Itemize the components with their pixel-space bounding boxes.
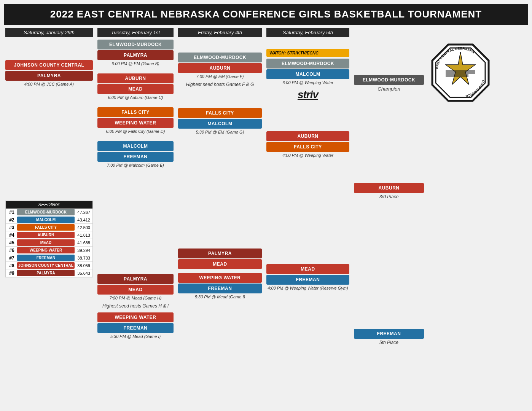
seed-team-name: FALLS CITY: [17, 224, 75, 231]
seed-score: 35.643: [75, 271, 92, 276]
team-falls-city-1: FALLS CITY: [97, 107, 174, 117]
team-freeman-lower: FREEMAN: [97, 323, 174, 333]
team-elmwood-sf: ELMWOOD-MURDOCK: [266, 59, 349, 68]
seed-team-name: WEEPING WATER: [17, 247, 75, 253]
seed-team-name: FREEMAN: [17, 255, 75, 261]
team-jcc: JOHNSON COUNTY CENTRAL: [5, 60, 93, 70]
game-a-note: 4:00 PM @ JCC (Game A): [5, 82, 93, 86]
col2-header: Tuesday, February 1st: [97, 28, 174, 37]
watch-box: WATCH: STRIV.TV/ECNC: [266, 49, 349, 57]
seed-row: #9 PALMYRA 35.643: [6, 269, 92, 277]
team-weeping-water-lower: WEEPING WATER: [97, 312, 174, 322]
team-malcolm-1: MALCOLM: [97, 141, 174, 151]
team-weeping-water-i: WEEPING WATER: [178, 273, 262, 283]
team-mead-5th: MEAD: [266, 264, 349, 274]
game-e-note: 7:00 PM @ Malcolm (Game E): [97, 163, 174, 167]
team-palmyra-2: PALMYRA: [97, 50, 174, 60]
team-mead-h: MEAD: [178, 259, 262, 269]
team-mead-lower: MEAD: [97, 285, 174, 295]
game-c-note: 6:00 PM @ Auburn (Game C): [97, 95, 174, 100]
seed-score: 38.059: [75, 263, 92, 268]
game-hi-note: Highest seed hosts Games H & I: [97, 303, 174, 309]
third-note: 4:00 PM @ Weeping Water: [266, 153, 349, 158]
team-mead-1: MEAD: [97, 84, 174, 94]
seed-row: #1 ELMWOOD-MURDOCK 47.267: [6, 209, 92, 216]
game-h-note: 7:00 PM @ Mead (Game H): [97, 296, 174, 300]
third-place-label: 3rd Place: [354, 194, 424, 199]
seed-number: #9: [6, 271, 17, 276]
seed-team-name: ELMWOOD-MURDOCK: [17, 209, 75, 215]
team-auburn-1: AUBURN: [97, 73, 174, 83]
seed-number: #2: [6, 217, 17, 223]
seed-number: #3: [6, 225, 17, 230]
game-i2-note: 5:30 PM @ Mead (Game I): [178, 295, 262, 299]
seed-row: #6 WEEPING WATER 39.294: [6, 247, 92, 254]
seed-row: #4 AUBURN 41.813: [6, 231, 92, 239]
striv-logo: striv: [266, 89, 349, 101]
team-malcolm-g: MALCOLM: [178, 119, 262, 129]
team-palmyra-1: PALMYRA: [5, 71, 93, 81]
team-falls-city-3rd: FALLS CITY: [266, 142, 349, 152]
seed-team-name: MALCOLM: [17, 217, 75, 223]
seed-number: #5: [6, 240, 17, 245]
game-g-note: 5:30 PM @ EM (Game G): [178, 130, 262, 134]
team-auburn-f: AUBURN: [178, 63, 262, 73]
seed-row: #5 MEAD 41.688: [6, 239, 92, 247]
team-palmyra-h: PALMYRA: [178, 249, 262, 258]
team-weeping-water-1: WEEPING WATER: [97, 118, 174, 128]
team-auburn-3rd: AUBURN: [266, 131, 349, 141]
main-title: 2022 EAST CENTRAL NEBRASKA CONFERENCE GI…: [4, 4, 528, 25]
seed-number: #4: [6, 233, 17, 238]
seeding-title: SEEDING:: [6, 201, 92, 209]
team-3rd: AUBURN: [354, 183, 424, 193]
game-i-note: 5:30 PM @ Mead (Game I): [97, 334, 174, 339]
seed-number: #1: [6, 210, 17, 215]
seed-score: 41.688: [75, 241, 92, 245]
semi-note: 6:00 PM @ Weeping Water: [266, 80, 349, 85]
seed-number: #8: [6, 263, 17, 268]
fg-note: Highest seed hosts Games F & G: [178, 82, 262, 87]
seed-number: #6: [6, 248, 17, 253]
champion-label: Champion: [354, 86, 424, 92]
col3-header: Friday, February 4th: [178, 28, 262, 37]
game-b-note: 6:00 PM @ EM (Game B): [97, 61, 174, 66]
game-d-note: 6:00 PM @ Falls City (Game D): [97, 129, 174, 134]
team-palmyra-lower: PALMYRA: [97, 274, 174, 284]
seed-row: #8 JOHNSON COUNTY CENTRAL 38.059: [6, 262, 92, 269]
seed-row: #7 FREEMAN 38.733: [6, 254, 92, 262]
team-elmwood-f: ELMWOOD-MURDOCK: [178, 53, 262, 62]
seed-score: 41.813: [75, 233, 92, 237]
team-freeman-5th: FREEMAN: [266, 275, 349, 285]
seed-score: 38.733: [75, 256, 92, 260]
team-5th: FREEMAN: [354, 329, 424, 339]
conference-logo: EAST CENTRAL NEBRASKA CONFERENCE: [430, 43, 491, 103]
seed-team-name: PALMYRA: [17, 270, 75, 276]
seed-team-name: AUBURN: [17, 232, 75, 238]
team-falls-city-g: FALLS CITY: [178, 108, 262, 118]
fifth-note: 4:00 PM @ Weeping Water (Reserve Gym): [266, 286, 349, 290]
seed-row: #2 MALCOLM 43.412: [6, 216, 92, 224]
seed-score: 39.294: [75, 248, 92, 253]
team-malcolm-sf: MALCOLM: [266, 69, 349, 79]
seed-score: 47.267: [75, 210, 92, 215]
fifth-place-label: 5th Place: [354, 340, 424, 345]
seed-row: #3 FALLS CITY 42.500: [6, 224, 92, 231]
seed-team-name: JOHNSON COUNTY CENTRAL: [17, 262, 75, 269]
team-freeman-i: FREEMAN: [178, 284, 262, 293]
seed-team-name: MEAD: [17, 239, 75, 246]
team-champion: ELMWOOD-MURDOCK: [354, 75, 424, 85]
page: 2022 EAST CENTRAL NEBRASKA CONFERENCE GI…: [0, 0, 532, 411]
col1-header: Saturday, January 29th: [5, 28, 93, 37]
seeding-box: SEEDING: #1 ELMWOOD-MURDOCK 47.267 #2 MA…: [5, 201, 93, 277]
seed-score: 43.412: [75, 218, 92, 222]
col4-header: Saturday, February 5th: [266, 28, 349, 37]
team-elmwood-1: ELMWOOD-MURDOCK: [97, 40, 174, 49]
game-f-note: 7:00 PM @ EM (Game F): [178, 74, 262, 79]
team-freeman-1: FREEMAN: [97, 152, 174, 162]
seed-score: 42.500: [75, 225, 92, 230]
seed-number: #7: [6, 255, 17, 261]
